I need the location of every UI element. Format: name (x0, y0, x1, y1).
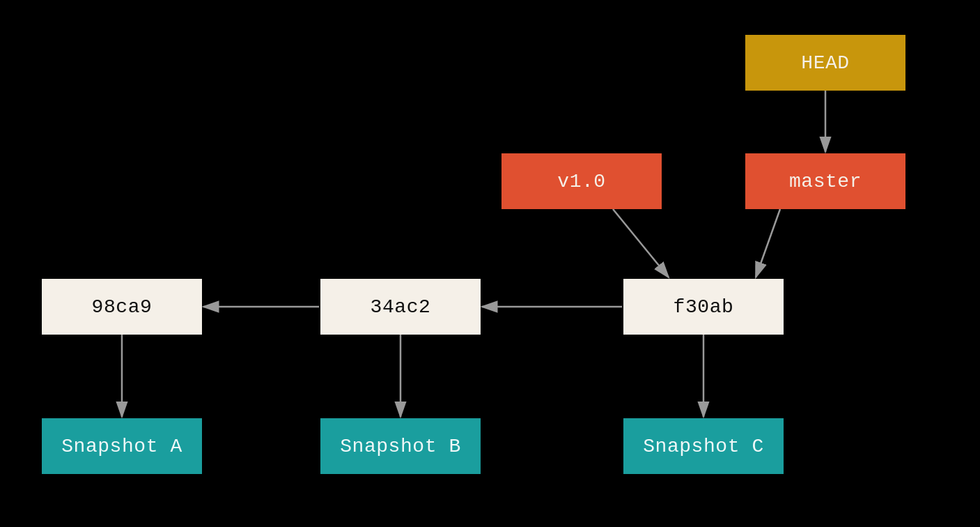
v1-0-node: v1.0 (501, 153, 662, 209)
head-label: HEAD (801, 52, 849, 74)
34ac2-label: 34ac2 (371, 296, 431, 318)
98ca9-label: 98ca9 (92, 296, 153, 318)
98ca9-node: 98ca9 (42, 279, 202, 335)
diagram: HEAD master v1.0 f30ab 34ac2 98ca9 Snaps… (0, 0, 980, 527)
master-label: master (789, 171, 862, 192)
svg-line-1 (756, 209, 780, 277)
snapshot-a-node: Snapshot A (42, 418, 202, 474)
snapshot-b-node: Snapshot B (320, 418, 481, 474)
v1-0-label: v1.0 (557, 171, 605, 192)
f30ab-node: f30ab (623, 279, 784, 335)
snapshot-c-node: Snapshot C (623, 418, 784, 474)
master-node: master (745, 153, 905, 209)
snapshot-c-label: Snapshot C (643, 436, 764, 457)
svg-line-2 (613, 209, 669, 277)
f30ab-label: f30ab (674, 296, 734, 318)
snapshot-b-label: Snapshot B (340, 436, 461, 457)
34ac2-node: 34ac2 (320, 279, 481, 335)
snapshot-a-label: Snapshot A (61, 436, 182, 457)
head-node: HEAD (745, 35, 905, 91)
